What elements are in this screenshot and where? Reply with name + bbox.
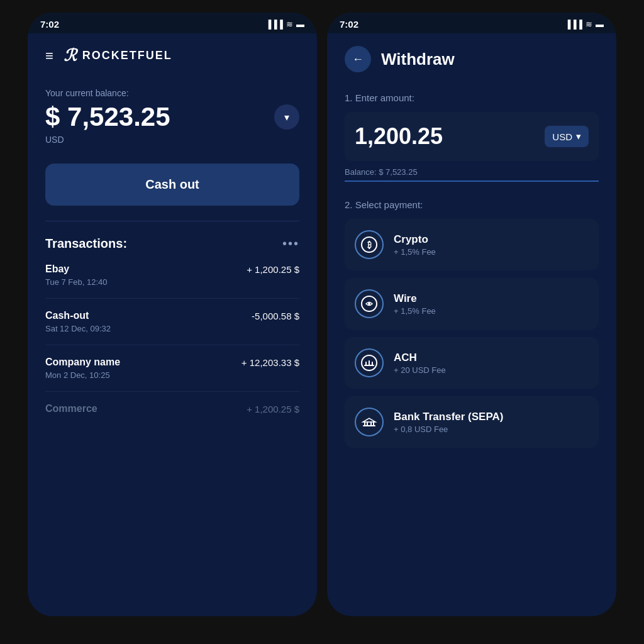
balance-currency: USD xyxy=(45,135,299,145)
balance-section: Your current balance: $ 7,523.25 ▾ USD xyxy=(45,88,299,145)
payment-name: Wire xyxy=(394,292,436,305)
back-button[interactable]: ← xyxy=(345,46,371,72)
step2-label: 2. Select payment: xyxy=(345,199,599,210)
amount-box: 1,200.25 USD ▾ xyxy=(345,112,599,161)
balance-row: $ 7,523.25 ▾ xyxy=(45,102,299,132)
svg-point-3 xyxy=(368,303,370,305)
payment-option-crypto[interactable]: ₿ Crypto + 1,5% Fee xyxy=(345,219,599,270)
transaction-amount: -5,000.58 $ xyxy=(252,311,299,321)
bank-icon xyxy=(355,408,384,436)
table-row: Ebay + 1,200.25 $ Tue 7 Feb, 12:40 xyxy=(45,264,299,299)
status-time-1: 7:02 xyxy=(40,19,59,30)
transaction-amount: + 12,203.33 $ xyxy=(242,357,299,368)
cash-out-button[interactable]: Cash out xyxy=(45,164,299,206)
payment-option-wire[interactable]: Wire + 1,5% Fee xyxy=(345,278,599,330)
phone-2: 7:02 ▐▐▐ ≋ ▬ ← Withdraw 1. Enter amount:… xyxy=(327,13,616,616)
transaction-amount: + 1,200.25 $ xyxy=(247,404,299,414)
battery-icon: ▬ xyxy=(296,19,304,29)
payment-name: ACH xyxy=(394,352,446,364)
transaction-name: Company name xyxy=(45,357,120,368)
transactions-title: Transactions: xyxy=(45,236,127,251)
balance-amount: $ 7,523.25 xyxy=(45,102,170,132)
transaction-name: Cash-out xyxy=(45,310,89,321)
currency-selector[interactable]: USD ▾ xyxy=(545,126,589,147)
transaction-date: Tue 7 Feb, 12:40 xyxy=(45,277,299,287)
balance-toggle-btn[interactable]: ▾ xyxy=(274,104,299,130)
back-arrow-icon: ← xyxy=(352,53,364,66)
payment-fee: + 1,5% Fee xyxy=(394,247,436,257)
logo-text: ROCKETFUEL xyxy=(82,49,172,62)
battery-icon: ▬ xyxy=(596,19,604,29)
balance-label: Your current balance: xyxy=(45,88,299,98)
withdraw-title: Withdraw xyxy=(381,50,455,69)
transaction-name: Ebay xyxy=(45,264,69,275)
payment-name: Crypto xyxy=(394,233,436,246)
status-icons-2: ▐▐▐ ≋ ▬ xyxy=(565,19,604,29)
transactions-header: Transactions: ••• xyxy=(45,236,299,251)
phone-1: 7:02 ▐▐▐ ≋ ▬ ≡ ℛ ROCKETFUEL Your current… xyxy=(28,13,317,616)
payment-fee: + 0,8 USD Fee xyxy=(394,425,503,434)
status-bar-1: 7:02 ▐▐▐ ≋ ▬ xyxy=(28,13,317,33)
transaction-amount: + 1,200.25 $ xyxy=(247,264,299,275)
wifi-icon: ≋ xyxy=(286,19,293,29)
payment-fee: + 1,5% Fee xyxy=(394,306,436,316)
payment-fee: + 20 USD Fee xyxy=(394,365,446,375)
payment-option-sepa[interactable]: Bank Transfer (SEPA) + 0,8 USD Fee xyxy=(345,396,599,448)
more-options-icon[interactable]: ••• xyxy=(282,236,299,251)
payment-info-wire: Wire + 1,5% Fee xyxy=(394,292,436,316)
transaction-date: Mon 2 Dec, 10:25 xyxy=(45,370,299,380)
table-row: Cash-out -5,000.58 $ Sat 12 Dec, 09:32 xyxy=(45,310,299,345)
amount-divider xyxy=(345,180,599,182)
payment-info-ach: ACH + 20 USD Fee xyxy=(394,352,446,375)
logo: ℛ ROCKETFUEL xyxy=(64,46,172,65)
transaction-list: Ebay + 1,200.25 $ Tue 7 Feb, 12:40 Cash-… xyxy=(45,264,299,437)
hamburger-icon[interactable]: ≡ xyxy=(45,48,53,64)
crypto-icon: ₿ xyxy=(355,230,384,259)
logo-symbol: ℛ xyxy=(64,46,76,65)
table-row: Company name + 12,203.33 $ Mon 2 Dec, 10… xyxy=(45,357,299,392)
payment-info-crypto: Crypto + 1,5% Fee xyxy=(394,233,436,257)
balance-hint: Balance: $ 7,523.25 xyxy=(345,167,599,177)
wire-icon xyxy=(355,289,384,318)
status-icons-1: ▐▐▐ ≋ ▬ xyxy=(265,19,304,29)
amount-value[interactable]: 1,200.25 xyxy=(355,123,443,150)
status-bar-2: 7:02 ▐▐▐ ≋ ▬ xyxy=(327,13,616,33)
signal-icon: ▐▐▐ xyxy=(565,19,582,29)
svg-text:₿: ₿ xyxy=(367,240,372,250)
transaction-date: Sat 12 Dec, 09:32 xyxy=(45,324,299,333)
signal-icon: ▐▐▐ xyxy=(265,19,283,29)
currency-label: USD xyxy=(552,131,572,142)
payment-info-sepa: Bank Transfer (SEPA) + 0,8 USD Fee xyxy=(394,411,503,434)
payment-option-ach[interactable]: ACH + 20 USD Fee xyxy=(345,337,599,389)
status-time-2: 7:02 xyxy=(340,19,358,30)
app-header: ≡ ℛ ROCKETFUEL xyxy=(45,46,299,65)
wifi-icon: ≋ xyxy=(586,19,592,29)
step1-label: 1. Enter amount: xyxy=(345,92,599,103)
withdraw-header: ← Withdraw xyxy=(345,46,599,72)
transaction-name: Commerce xyxy=(45,403,97,414)
ach-icon xyxy=(355,348,384,377)
table-row: Commerce + 1,200.25 $ xyxy=(45,403,299,426)
section-divider xyxy=(45,221,299,221)
payment-name: Bank Transfer (SEPA) xyxy=(394,411,503,423)
chevron-down-icon: ▾ xyxy=(284,111,289,123)
currency-chevron-icon: ▾ xyxy=(576,131,581,142)
